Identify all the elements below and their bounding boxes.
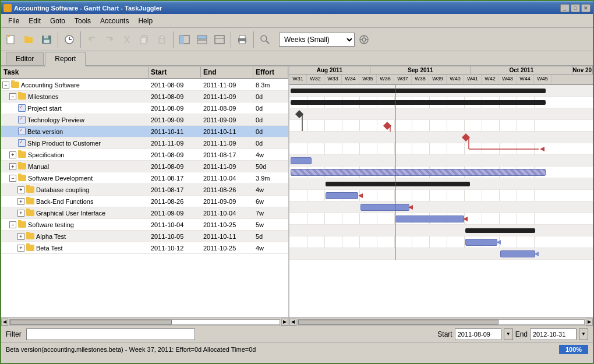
tab-report[interactable]: Report	[45, 52, 86, 66]
task-row[interactable]: − Accounting Software 2011-08-09 2011-11…	[1, 79, 288, 91]
expand-icon[interactable]: +	[17, 233, 24, 240]
gantt-bar	[326, 182, 470, 186]
window-controls[interactable]: _ □ ✕	[560, 4, 591, 12]
expand-icon[interactable]: +	[17, 210, 24, 217]
end-date-input[interactable]	[530, 328, 577, 340]
svg-rect-25	[239, 36, 245, 38]
svg-rect-6	[44, 40, 50, 43]
maximize-button[interactable]: □	[571, 4, 580, 12]
scroll-left-gantt-button[interactable]: ◀	[289, 319, 296, 326]
collapse-icon[interactable]: −	[9, 221, 16, 228]
cut-button[interactable]	[119, 31, 135, 48]
menu-goto[interactable]: Goto	[45, 16, 70, 26]
task-name: Software Development	[28, 175, 93, 182]
clock-button[interactable]	[61, 31, 77, 48]
collapse-icon[interactable]: −	[2, 82, 9, 89]
scroll-left-button[interactable]: ◀	[1, 319, 8, 326]
gantt-bar	[291, 89, 546, 93]
expand-icon[interactable]: +	[9, 163, 16, 170]
task-effort: 4w	[253, 151, 288, 159]
task-row[interactable]: Beta version 2011-10-11 2011-10-11 0d	[1, 126, 288, 137]
svg-point-30	[362, 38, 366, 41]
task-end: 2011-11-09	[201, 81, 253, 89]
sep5	[253, 31, 254, 48]
collapse-icon[interactable]: −	[9, 93, 16, 100]
copy-button[interactable]	[136, 31, 153, 48]
task-effort: 8.3m	[253, 81, 288, 89]
gantt-bar-row	[289, 108, 593, 120]
task-row[interactable]: + Database coupling 2011-08-17 2011-08-2…	[1, 184, 288, 196]
task-row[interactable]: − Software Development 2011-08-17 2011-1…	[1, 172, 288, 184]
task-effort: 50d	[253, 162, 288, 171]
search-button[interactable]	[257, 31, 273, 48]
collapse-icon[interactable]: −	[9, 175, 16, 182]
task-header: Task Start End Effort	[1, 66, 288, 79]
end-date-arrow[interactable]: ▼	[579, 328, 588, 340]
minimize-button[interactable]: _	[560, 4, 570, 12]
task-row[interactable]: + Back-End Functions 2011-08-26 2011-09-…	[1, 196, 288, 207]
task-row[interactable]: − Milestones 2011-08-09 2011-11-09 0d	[1, 91, 288, 103]
print-button[interactable]	[234, 31, 250, 48]
task-row[interactable]: Technology Preview 2011-09-09 2011-09-09…	[1, 114, 288, 126]
task-row[interactable]: + Specification 2011-08-09 2011-08-17 4w	[1, 149, 288, 161]
scroll-right-gantt-button[interactable]: ▶	[586, 319, 593, 326]
expand-icon[interactable]: +	[17, 198, 24, 205]
start-date-input[interactable]	[455, 328, 501, 340]
folder-icon	[26, 244, 34, 252]
svg-line-28	[266, 41, 269, 44]
task-effort: 6w	[253, 197, 288, 206]
task-row[interactable]: + Graphical User Interface 2011-09-09 20…	[1, 207, 288, 219]
menu-tools[interactable]: Tools	[70, 16, 96, 26]
svg-rect-15	[141, 37, 146, 44]
view3-button[interactable]	[211, 31, 228, 48]
close-button[interactable]: ✕	[581, 4, 591, 12]
filter-input[interactable]	[26, 328, 195, 340]
tabs-bar: Editor Report	[1, 51, 593, 66]
task-row[interactable]: + Alpha Test 2011-10-05 2011-10-11 5d	[1, 231, 288, 242]
svg-rect-21	[197, 40, 207, 44]
zoom-select[interactable]: Weeks (Small) Days (Small) Days (Medium)…	[279, 33, 355, 47]
task-end: 2011-09-09	[201, 197, 253, 206]
start-date-arrow[interactable]: ▼	[504, 328, 513, 340]
task-start: 2011-10-11	[148, 128, 201, 136]
bottom-bar: Filter Start ▼ End ▼	[1, 326, 593, 342]
scroll-right-button[interactable]: ▶	[281, 319, 288, 326]
expand-icon[interactable]: +	[9, 151, 16, 158]
task-row[interactable]: − Software testing 2011-10-04 2011-10-25…	[1, 219, 288, 231]
folder-icon	[26, 209, 34, 217]
task-effort: 0d	[253, 104, 288, 112]
menu-accounts[interactable]: Accounts	[96, 16, 133, 26]
gantt-month-aug: Aug 2011	[289, 66, 370, 74]
task-row[interactable]: Ship Product to Customer 2011-11-09 2011…	[1, 137, 288, 149]
task-row[interactable]: + Manual 2011-08-09 2011-11-09 50d	[1, 161, 288, 172]
svg-marker-46	[534, 252, 539, 256]
gantt-bar	[465, 228, 535, 233]
task-name: Alpha Test	[36, 233, 66, 240]
task-row[interactable]: Project start 2011-08-09 2011-08-09 0d	[1, 103, 288, 114]
view2-button[interactable]	[194, 31, 210, 48]
gantt-bar-row	[289, 202, 593, 213]
menu-edit[interactable]: Edit	[24, 16, 45, 26]
view1-button[interactable]	[176, 31, 193, 48]
folder-icon	[26, 197, 34, 206]
scroll-track-left[interactable]	[9, 319, 280, 325]
gantt-week-w42: W42	[482, 75, 499, 84]
zoom-config-button[interactable]	[356, 31, 372, 48]
new-button[interactable]	[3, 31, 20, 48]
expand-icon[interactable]: +	[17, 245, 24, 252]
task-end: 2011-08-26	[201, 186, 253, 194]
task-row[interactable]: + Beta Test 2011-10-12 2011-10-25 4w	[1, 242, 288, 254]
open-button[interactable]	[21, 31, 37, 48]
task-end: 2011-10-25	[201, 221, 253, 229]
expand-icon[interactable]: +	[17, 186, 24, 193]
scroll-track-right[interactable]	[298, 319, 585, 325]
task-name: Ship Product to Customer	[27, 140, 101, 147]
zoom-dropdown[interactable]: Weeks (Small) Days (Small) Days (Medium)…	[279, 33, 355, 47]
menu-help[interactable]: Help	[133, 16, 157, 26]
paste-button[interactable]	[154, 31, 170, 48]
menu-file[interactable]: File	[3, 16, 24, 26]
save-button[interactable]	[38, 31, 55, 48]
undo-button[interactable]	[84, 31, 100, 48]
tab-editor[interactable]: Editor	[6, 52, 44, 65]
redo-button[interactable]	[101, 31, 118, 48]
